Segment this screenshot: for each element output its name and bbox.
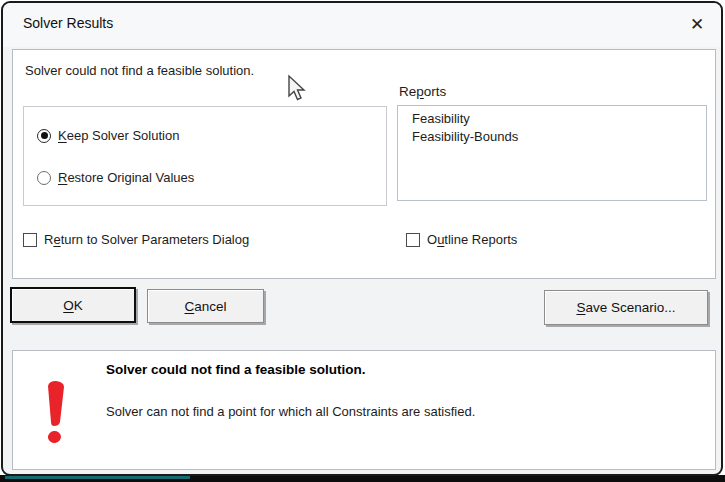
radio-label: Restore Original Values bbox=[58, 170, 194, 185]
label-pre: O bbox=[427, 232, 437, 247]
dialog-title: Solver Results bbox=[23, 15, 113, 31]
label-accesskey: p bbox=[416, 84, 424, 99]
footer-description: Solver can not find a point for which al… bbox=[106, 404, 475, 419]
checkbox-outline-reports[interactable]: Outline Reports bbox=[406, 232, 517, 247]
radio-restore-original-values[interactable]: Restore Original Values bbox=[37, 170, 194, 185]
button-label: Save Scenario... bbox=[576, 300, 675, 315]
radio-selected-icon[interactable] bbox=[37, 129, 51, 143]
checkbox-label: Outline Reports bbox=[427, 232, 517, 247]
label-accesskey: e bbox=[53, 232, 60, 247]
window-edge-bar bbox=[0, 475, 725, 482]
save-scenario-button[interactable]: Save Scenario... bbox=[544, 290, 708, 325]
label-pre: Re bbox=[399, 84, 416, 99]
button-label: Cancel bbox=[184, 299, 226, 314]
radio-keep-solver-solution[interactable]: Keep Solver Solution bbox=[37, 128, 179, 143]
button-label: OK bbox=[63, 298, 83, 313]
checkbox-unchecked-icon[interactable] bbox=[23, 233, 37, 247]
window-edge-teal-accent bbox=[5, 476, 190, 479]
checkbox-return-to-solver-parameters[interactable]: Return to Solver Parameters Dialog bbox=[23, 232, 249, 247]
radio-label: Keep Solver Solution bbox=[58, 128, 179, 143]
radio-unselected-icon[interactable] bbox=[37, 171, 51, 185]
solution-options-groupbox: Keep Solver Solution Restore Original Va… bbox=[23, 106, 387, 206]
mouse-cursor-icon bbox=[286, 74, 306, 104]
message-panel: Solver could not find a feasible solutio… bbox=[12, 350, 716, 470]
label-post: estore Original Values bbox=[67, 170, 194, 185]
list-item-feasibility-bounds[interactable]: Feasibility-Bounds bbox=[412, 128, 706, 146]
footer-heading: Solver could not find a feasible solutio… bbox=[106, 362, 366, 377]
warning-exclamation-icon bbox=[42, 380, 72, 446]
titlebar: Solver Results ✕ bbox=[3, 3, 721, 47]
reports-listbox[interactable]: Feasibility Feasibility-Bounds bbox=[397, 105, 707, 201]
label-post: tline Reports bbox=[444, 232, 517, 247]
list-item-feasibility[interactable]: Feasibility bbox=[412, 110, 706, 128]
label-post: turn to Solver Parameters Dialog bbox=[61, 232, 250, 247]
ok-button[interactable]: OK bbox=[10, 287, 136, 323]
solver-results-dialog: Solver Results ✕ Solver could not find a… bbox=[1, 1, 723, 476]
label-accesskey: R bbox=[58, 170, 67, 185]
checkbox-label: Return to Solver Parameters Dialog bbox=[44, 232, 249, 247]
label-pre: R bbox=[44, 232, 53, 247]
status-message: Solver could not find a feasible solutio… bbox=[25, 63, 254, 78]
reports-label: Reports bbox=[399, 84, 446, 99]
close-icon[interactable]: ✕ bbox=[683, 10, 711, 38]
label-post: eep Solver Solution bbox=[67, 128, 180, 143]
label-accesskey: K bbox=[58, 128, 67, 143]
results-panel: Solver could not find a feasible solutio… bbox=[12, 49, 716, 279]
cancel-button[interactable]: Cancel bbox=[147, 289, 264, 323]
checkbox-unchecked-icon[interactable] bbox=[406, 233, 420, 247]
label-post: orts bbox=[424, 84, 447, 99]
